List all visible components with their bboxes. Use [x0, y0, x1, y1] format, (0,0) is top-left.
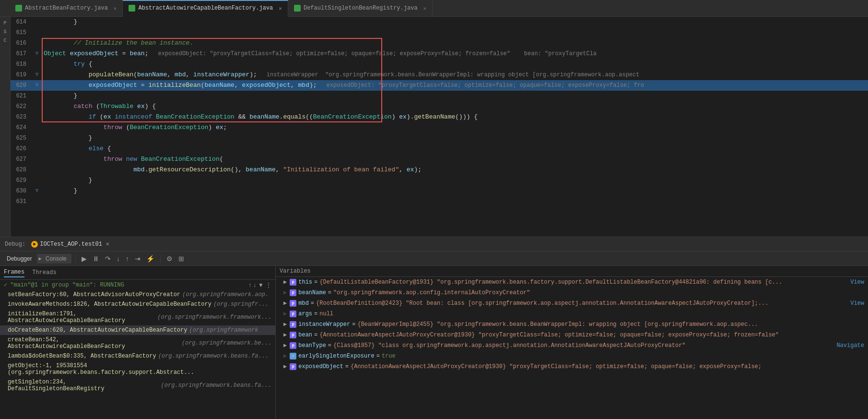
line-num-626: 626	[11, 144, 32, 154]
var-link-mbd[interactable]: View	[850, 299, 864, 308]
toolbar-sep-1	[75, 255, 76, 263]
line-num-621: 621	[11, 91, 32, 101]
var-link-beantype[interactable]: Navigate	[836, 341, 864, 350]
console-btn[interactable]: Console	[43, 254, 70, 263]
commit-icon[interactable]: C	[1, 36, 9, 44]
line-num-625: 625	[11, 133, 32, 144]
stack-frame-3[interactable]: doCreateBean:620, AbstractAutowireCapabl…	[0, 325, 275, 335]
var-expand-beanname[interactable]: ▶	[283, 288, 287, 297]
var-expand-mbd[interactable]: ▶	[283, 299, 287, 308]
frames-tab[interactable]: Frames	[4, 268, 24, 277]
code-line-614: 614 }	[11, 17, 868, 27]
gutter-617: ▽	[32, 48, 42, 59]
line-content-631	[42, 196, 868, 207]
pause-btn[interactable]: ⏸	[91, 254, 101, 263]
frame-method-3: doCreateBean:620, AbstractAutowireCapabl…	[8, 327, 187, 334]
line-num-624: 624	[11, 122, 32, 133]
java-file-icon	[15, 5, 22, 12]
line-content-624: throw (BeanCreationException) ex;	[42, 122, 868, 133]
tab-default-singleton[interactable]: DefaultSingletonBeanRegistry.java ✕	[288, 0, 433, 17]
gutter-623	[32, 112, 42, 122]
variables-panel: Variables ▶ p this = {DefaultListableBea…	[276, 266, 868, 419]
line-num-622: 622	[11, 101, 32, 112]
thread-filter-btn[interactable]: ▼	[258, 282, 264, 288]
code-line-628: 628 mbd.getResourceDescription(), beanNa…	[11, 165, 868, 175]
line-num-623: 623	[11, 112, 32, 122]
tab-close-btn[interactable]: ✕	[114, 5, 117, 12]
resume-btn[interactable]: ▶	[80, 254, 89, 263]
gutter-619: ▽	[32, 70, 42, 80]
step-into-btn[interactable]: ↓	[115, 254, 122, 263]
var-icon-beantype: p	[290, 342, 296, 349]
thread-more-btn[interactable]: ⋮	[266, 282, 271, 288]
gutter-627	[32, 154, 42, 165]
code-line-618: 618 try {	[11, 59, 868, 70]
line-content-627: throw new BeanCreationException(	[42, 154, 868, 165]
var-expand-bean[interactable]: ▶	[283, 331, 287, 339]
run-to-cursor-btn[interactable]: ⇥	[133, 254, 142, 263]
debugger-btn[interactable]: Debugger	[4, 254, 35, 263]
var-icon-exposed: p	[290, 363, 296, 370]
step-out-btn[interactable]: ↑	[124, 254, 131, 263]
settings-btn[interactable]: ⚙	[164, 254, 175, 263]
code-line-616: 616 // Initialize the bean instance.	[11, 38, 868, 48]
line-num-617: 617	[11, 48, 32, 59]
step-over-btn[interactable]: ↷	[103, 254, 113, 263]
code-line-623: 623 if (ex instanceof BeanCreationExcept…	[11, 112, 868, 122]
line-content-621: }	[42, 91, 868, 101]
var-name-beanname: beanName	[298, 288, 326, 297]
tab-abstract-bean-factory[interactable]: AbstractBeanFactory.java ✕	[10, 0, 123, 17]
stack-frame-7[interactable]: getSingleton:234, DefaultSingletonBeanRe…	[0, 377, 275, 394]
var-expand-this[interactable]: ▶	[283, 278, 287, 287]
tab-close-active-btn[interactable]: ✕	[279, 5, 282, 12]
stack-frame-2[interactable]: initializeBean:1791, AbstractAutowireCap…	[0, 309, 275, 325]
evaluate-btn[interactable]: ⚡	[144, 254, 156, 263]
var-expand-args[interactable]: ▶	[283, 310, 287, 318]
java-file-icon-active	[129, 5, 135, 12]
var-item-exposedobject: ▶ p exposedObject = {AnnotationAwareAspe…	[276, 361, 868, 372]
console-play-icon: ▶	[39, 256, 42, 262]
var-expand-beantype[interactable]: ▶	[283, 341, 287, 350]
code-line-630: 630 ▽ }	[11, 186, 868, 196]
project-icon[interactable]: P	[1, 19, 9, 27]
var-value-exposed: {AnnotationAwareAspectJAutoProxyCreator@…	[351, 362, 864, 371]
thread-item: ✓ "main"@1 in group "main": RUNNING ↑ ↓ …	[0, 280, 275, 290]
thread-up-btn[interactable]: ↑	[248, 282, 251, 288]
var-link-this[interactable]: View	[850, 278, 864, 287]
code-editor: 614 } 615 616 // Initialize the bean ins…	[11, 17, 868, 237]
debug-session[interactable]: ▶ IOCTest_AOP.test01 ✕	[31, 240, 109, 248]
var-icon-mbd: p	[290, 300, 296, 307]
code-line-617: 617 ▽ Object exposedObject = bean;expose…	[11, 48, 868, 59]
tab-label-active: AbstractAutowireCapableBeanFactory.java	[138, 5, 273, 12]
gutter-630: ▽	[32, 186, 42, 196]
thread-down-btn[interactable]: ↓	[253, 282, 256, 288]
frame-method-5: lambda$doGetBean$0:335, AbstractBeanFact…	[8, 353, 156, 359]
stack-frame-4[interactable]: createBean:542, AbstractAutowireCapableB…	[0, 335, 275, 351]
var-value-instancewrapper: {BeanWrapperImpl@2455} "org.springframew…	[357, 320, 864, 329]
var-name-this: this	[298, 278, 312, 287]
line-num-627: 627	[11, 154, 32, 165]
gutter-620: ▽	[32, 80, 42, 91]
java-file-icon-3	[294, 5, 301, 12]
tab-close-3-btn[interactable]: ✕	[423, 5, 427, 12]
var-expand-exposed[interactable]: ▶	[283, 362, 287, 371]
var-item-args: ▶ p args = null	[276, 309, 868, 319]
var-expand-instancewrapper[interactable]: ▶	[283, 320, 287, 329]
debug-session-close[interactable]: ✕	[106, 240, 109, 248]
var-icon-bean: p	[290, 332, 296, 338]
thread-check-icon: ✓	[4, 281, 7, 288]
layout-btn[interactable]: ⊞	[176, 254, 186, 263]
stack-frame-1[interactable]: invokeAwareMethods:1826, AbstractAutowir…	[0, 299, 275, 309]
structure-icon[interactable]: S	[1, 28, 9, 36]
line-num-620: 620	[11, 80, 32, 91]
threads-tab[interactable]: Threads	[32, 268, 56, 277]
tab-abstract-autowire[interactable]: AbstractAutowireCapableBeanFactory.java …	[123, 0, 288, 17]
code-line-619: 619 ▽ populateBean(beanName, mbd, instan…	[11, 70, 868, 80]
gutter-628	[32, 165, 42, 175]
stack-frame-6[interactable]: getObject:-1, 195381554 (org.springframe…	[0, 361, 275, 377]
var-name-exposed: exposedObject	[298, 362, 343, 371]
stack-frame-0[interactable]: setBeanFactory:60, AbstractAdvisorAutoPr…	[0, 290, 275, 299]
code-line-615: 615	[11, 27, 868, 38]
stack-frame-5[interactable]: lambda$doGetBean$0:335, AbstractBeanFact…	[0, 351, 275, 361]
var-expand-early[interactable]: ▶	[283, 352, 287, 360]
